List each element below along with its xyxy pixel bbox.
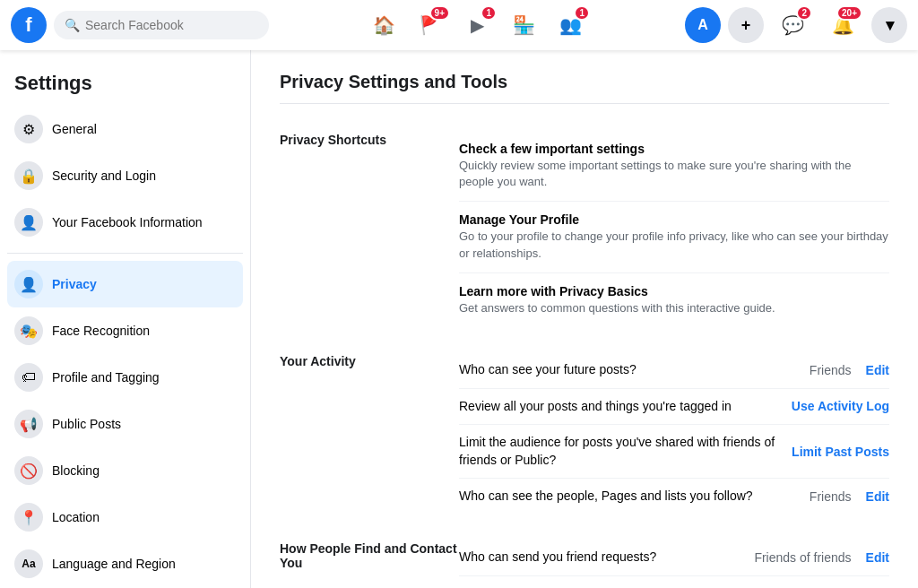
find-contact-label: How People Find and Contact You [280, 540, 459, 570]
shortcut-title-2: Learn more with Privacy Basics [459, 284, 889, 298]
search-input[interactable] [85, 18, 258, 32]
flag-nav-btn[interactable]: 🚩 9+ [409, 4, 452, 47]
setting-item-limit-audience: Limit the audience for posts you've shar… [459, 425, 889, 479]
sidebar-label-fb-info: Your Facebook Information [52, 215, 203, 229]
groups-nav-btn[interactable]: 👥 1 [549, 4, 592, 47]
privacy-shortcuts-row: Privacy Shortcuts Check a few important … [280, 118, 889, 340]
your-activity-section: Your Activity Who can see your future po… [280, 340, 889, 527]
messenger-badge: 2 [796, 5, 812, 21]
sidebar-item-language[interactable]: Aa Language and Region [7, 540, 243, 587]
nav-center: 🏠 🚩 9+ ▶ 1 🏪 👥 1 [362, 4, 592, 47]
video-nav-btn[interactable]: ▶ 1 [455, 4, 498, 47]
find-contact-items: Who can send you friend requests? Friend… [459, 540, 889, 588]
privacy-shortcuts-label: Privacy Shortcuts [280, 131, 459, 147]
notifications-btn[interactable]: 🔔 20+ [821, 4, 864, 47]
profile-tagging-icon: 🏷 [14, 363, 43, 392]
sidebar: Settings ⚙ General 🔒 Security and Login … [0, 50, 251, 588]
shortcut-desc-1: Go to your profile to change your profil… [459, 229, 889, 261]
sidebar-divider-1 [7, 253, 243, 254]
limit-past-posts-btn[interactable]: Limit Past Posts [792, 445, 889, 459]
home-nav-btn[interactable]: 🏠 [362, 4, 405, 47]
add-button[interactable]: + [728, 7, 764, 43]
top-nav: f 🔍 🏠 🚩 9+ ▶ 1 🏪 👥 1 A + 💬 2 [0, 0, 918, 50]
profile-avatar-btn[interactable]: A [685, 7, 721, 43]
sidebar-item-public-posts[interactable]: 📢 Public Posts [7, 401, 243, 447]
edit-follow-btn[interactable]: Edit [866, 489, 889, 504]
messenger-btn[interactable]: 💬 2 [771, 4, 814, 47]
sidebar-item-general[interactable]: ⚙ General [7, 106, 243, 152]
shortcut-desc-2: Get answers to common questions with thi… [459, 300, 889, 316]
sidebar-label-location: Location [52, 510, 100, 524]
shortcut-title-0: Check a few important settings [459, 142, 889, 156]
location-icon: 📍 [14, 503, 43, 532]
privacy-shortcuts-section: Privacy Shortcuts Check a few important … [280, 118, 889, 340]
shortcut-title-1: Manage Your Profile [459, 212, 889, 227]
setting-item-friend-requests: Who can send you friend requests? Friend… [459, 540, 889, 576]
your-activity-label: Your Activity [280, 352, 459, 368]
more-menu-btn[interactable]: ▾ [871, 7, 907, 43]
activity-log-btn[interactable]: Use Activity Log [792, 399, 889, 413]
nav-left: f 🔍 [11, 7, 269, 43]
main-content: Privacy Settings and Tools Privacy Short… [251, 50, 918, 588]
your-activity-row: Your Activity Who can see your future po… [280, 340, 889, 527]
search-box[interactable]: 🔍 [54, 11, 269, 39]
notifications-badge: 20+ [836, 5, 862, 21]
sidebar-label-privacy: Privacy [52, 277, 97, 291]
search-icon: 🔍 [65, 18, 80, 32]
sidebar-title: Settings [7, 65, 243, 106]
setting-desc-activity-log: Review all your posts and things you're … [459, 398, 777, 416]
marketplace-nav-btn[interactable]: 🏪 [502, 4, 545, 47]
setting-item-follow: Who can see the people, Pages and lists … [459, 479, 889, 514]
sidebar-item-location[interactable]: 📍 Location [7, 494, 243, 540]
marketplace-icon: 🏪 [513, 14, 535, 36]
sidebar-item-face-recognition[interactable]: 🎭 Face Recognition [7, 307, 243, 354]
setting-item-friends-list: Who can see your friends list? Friends E… [459, 576, 889, 589]
language-icon: Aa [14, 549, 43, 578]
edit-future-posts-btn[interactable]: Edit [866, 363, 889, 377]
sidebar-label-profile-tagging: Profile and Tagging [52, 370, 160, 385]
sidebar-item-blocking[interactable]: 🚫 Blocking [7, 447, 243, 494]
groups-badge: 1 [574, 5, 590, 21]
sidebar-item-fb-info[interactable]: 👤 Your Facebook Information [7, 199, 243, 246]
setting-item-activity-log: Review all your posts and things you're … [459, 389, 889, 426]
sidebar-label-blocking: Blocking [52, 463, 100, 478]
setting-desc-friends-list: Who can see your friends list? [459, 585, 795, 589]
sidebar-label-public-posts: Public Posts [52, 417, 121, 431]
general-icon: ⚙ [14, 115, 43, 143]
flag-badge: 9+ [429, 5, 450, 21]
sidebar-label-language: Language and Region [52, 557, 176, 571]
security-icon: 🔒 [14, 161, 43, 190]
sidebar-item-privacy[interactable]: 👤 Privacy [7, 261, 243, 307]
setting-value-friend-requests: Friends of friends [754, 550, 851, 565]
setting-value-follow: Friends [810, 489, 852, 504]
nav-right: A + 💬 2 🔔 20+ ▾ [685, 4, 907, 47]
privacy-shortcuts-items: Check a few important settings Quickly r… [459, 131, 889, 327]
sidebar-label-face-recognition: Face Recognition [52, 324, 150, 338]
shortcut-item-0[interactable]: Check a few important settings Quickly r… [459, 131, 889, 202]
layout: Settings ⚙ General 🔒 Security and Login … [0, 50, 918, 588]
page-title: Privacy Settings and Tools [280, 72, 889, 104]
blocking-icon: 🚫 [14, 456, 43, 485]
face-recognition-icon: 🎭 [14, 316, 43, 345]
sidebar-label-general: General [52, 122, 97, 136]
sidebar-label-security: Security and Login [52, 169, 156, 183]
facebook-logo[interactable]: f [11, 7, 47, 43]
setting-value-future-posts: Friends [810, 363, 852, 377]
your-activity-items: Who can see your future posts? Friends E… [459, 352, 889, 514]
privacy-icon: 👤 [14, 270, 43, 298]
setting-item-future-posts: Who can see your future posts? Friends E… [459, 352, 889, 389]
shortcut-item-1[interactable]: Manage Your Profile Go to your profile t… [459, 202, 889, 272]
setting-desc-limit-audience: Limit the audience for posts you've shar… [459, 434, 777, 469]
find-contact-section: How People Find and Contact You Who can … [280, 527, 889, 588]
setting-desc-friend-requests: Who can send you friend requests? [459, 549, 740, 566]
video-badge: 1 [481, 5, 497, 21]
sidebar-item-profile-tagging[interactable]: 🏷 Profile and Tagging [7, 354, 243, 401]
shortcut-desc-0: Quickly review some important settings t… [459, 158, 889, 190]
setting-desc-follow: Who can see the people, Pages and lists … [459, 488, 795, 506]
edit-friend-requests-btn[interactable]: Edit [866, 550, 889, 565]
fb-info-icon: 👤 [14, 208, 43, 237]
sidebar-item-security[interactable]: 🔒 Security and Login [7, 152, 243, 199]
shortcut-item-2[interactable]: Learn more with Privacy Basics Get answe… [459, 273, 889, 327]
public-posts-icon: 📢 [14, 410, 43, 438]
home-icon: 🏠 [373, 14, 395, 36]
